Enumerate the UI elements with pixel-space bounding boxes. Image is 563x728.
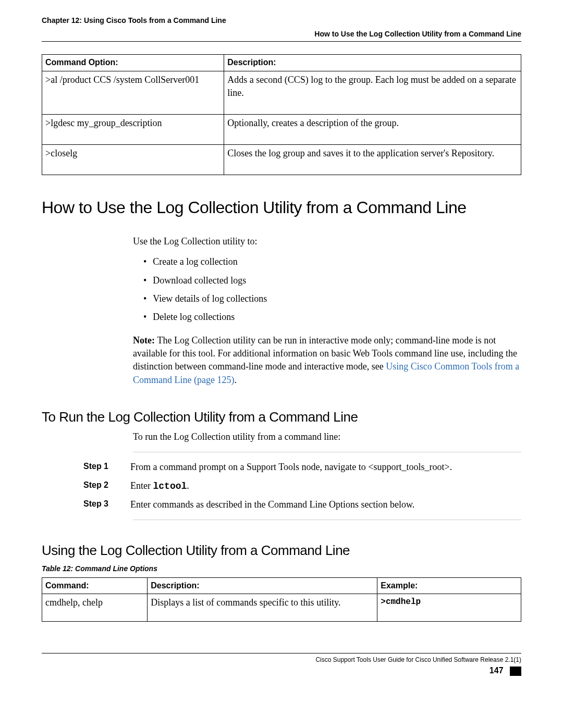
bullet-item: View details of log collections — [143, 292, 521, 305]
table2-row0-desc: Displays a list of commands specific to … — [148, 594, 377, 621]
table1-row0-desc: Adds a second (CCS) log to the group. Ea… — [224, 71, 521, 114]
table1-row2-cmd: >closelg — [42, 145, 224, 175]
step-text: From a command prompt on a Support Tools… — [130, 461, 521, 474]
step-text: Enter lctool. — [130, 479, 521, 493]
bullet-item: Download collected logs — [143, 274, 521, 287]
table2-header-cmd: Command: — [42, 577, 148, 594]
footer-doc-title: Cisco Support Tools User Guide for Cisco… — [42, 656, 521, 664]
table2-header-desc: Description: — [148, 577, 377, 594]
table2-row0-cmd: cmdhelp, chelp — [42, 594, 148, 621]
section-header: How to Use the Log Collection Utility fr… — [42, 29, 521, 42]
note-text-post: . — [234, 375, 237, 385]
step2-pre: Enter — [130, 480, 153, 491]
step2-post: . — [187, 480, 189, 491]
table1-row2-desc: Closes the log group and saves it to the… — [224, 145, 521, 175]
command-line-options-table: Command: Description: Example: cmdhelp, … — [42, 577, 521, 622]
step-row: Step 2 Enter lctool. — [42, 479, 521, 493]
footer-page-number: 147 — [489, 666, 504, 675]
page-title: How to Use the Log Collection Utility fr… — [42, 196, 521, 219]
table1-header-desc: Description: — [224, 55, 521, 71]
step-rule-bottom — [133, 520, 521, 520]
page-footer: Cisco Support Tools User Guide for Cisco… — [42, 653, 521, 677]
table1-row1-desc: Optionally, creates a description of the… — [224, 114, 521, 144]
subheading-run: To Run the Log Collection Utility from a… — [42, 408, 521, 426]
bullet-item: Delete log collections — [143, 311, 521, 324]
step-label: Step 3 — [83, 498, 130, 511]
bullet-item: Create a log collection — [143, 255, 521, 268]
step-row: Step 1 From a command prompt on a Suppor… — [42, 461, 521, 474]
step-label: Step 1 — [83, 461, 130, 474]
run-intro: To run the Log Collection utility from a… — [133, 430, 521, 443]
intro-text: Use the Log Collection utility to: — [133, 235, 521, 248]
step-label: Step 2 — [83, 479, 130, 493]
table2-header-ex: Example: — [377, 577, 521, 594]
table1-header-cmd: Command Option: — [42, 55, 224, 71]
command-option-table: Command Option: Description: >al /produc… — [42, 54, 521, 175]
table2-row0-ex: >cmdhelp — [377, 594, 521, 621]
table1-row0-cmd: >al /product CCS /system CollServer001 — [42, 71, 224, 114]
note-label: Note: — [133, 335, 157, 346]
step2-code: lctool — [153, 481, 187, 491]
note-paragraph: Note: The Log Collection utility can be … — [133, 334, 521, 387]
table1-row1-cmd: >lgdesc my_group_description — [42, 114, 224, 144]
step-rule-top — [133, 452, 521, 452]
step-text: Enter commands as described in the Comma… — [130, 498, 521, 511]
chapter-header: Chapter 12: Using Cisco Tools from a Com… — [42, 16, 521, 26]
table2-caption: Table 12: Command Line Options — [42, 564, 521, 574]
subheading-using: Using the Log Collection Utility from a … — [42, 541, 521, 560]
step-row: Step 3 Enter commands as described in th… — [42, 498, 521, 511]
footer-blackbox-icon — [510, 667, 521, 676]
bullet-list: Create a log collection Download collect… — [143, 255, 521, 324]
